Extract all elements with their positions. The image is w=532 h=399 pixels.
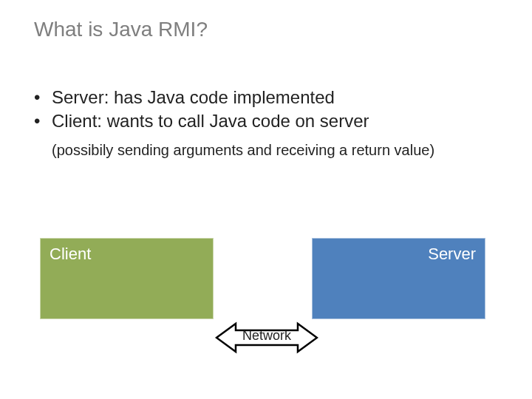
client-box: Client xyxy=(40,238,214,319)
bullet-item: • Server: has Java code implemented xyxy=(34,86,369,109)
bullet-text: Server: has Java code implemented xyxy=(52,86,335,109)
bullet-list: • Server: has Java code implemented • Cl… xyxy=(34,86,369,134)
bullet-item: • Client: wants to call Java code on ser… xyxy=(34,109,369,133)
bullet-subnote: (possibily sending arguments and receivi… xyxy=(52,142,434,159)
bullet-dot-icon: • xyxy=(34,109,52,133)
server-box: Server xyxy=(312,238,485,319)
network-label: Network xyxy=(215,328,318,344)
bullet-dot-icon: • xyxy=(34,86,52,109)
server-box-label: Server xyxy=(428,245,476,263)
bullet-text: Client: wants to call Java code on serve… xyxy=(52,109,369,133)
slide-title: What is Java RMI? xyxy=(34,18,208,41)
network-arrow-group: Network xyxy=(215,319,318,359)
client-box-label: Client xyxy=(50,245,91,263)
